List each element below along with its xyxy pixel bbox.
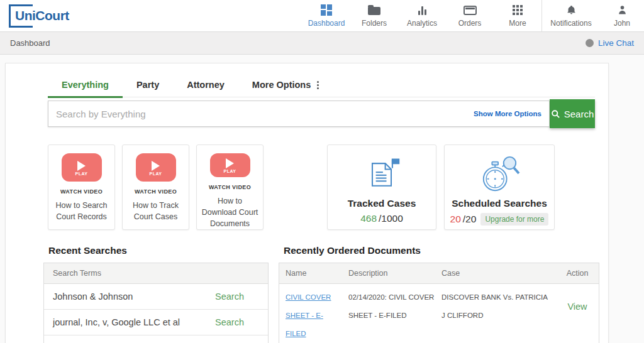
nav-group: Dashboard Folders Analytics Orders More [303,0,644,31]
tracked-document-flag-icon [362,153,401,195]
breadcrumb-bar: Dashboard Live Chat [0,32,644,55]
search-tabs: Everything Party Attorney More Options [48,75,595,97]
tables-row: Recent Searches Search Terms Johnson & J… [43,245,599,343]
tracked-cases-card[interactable]: Tracked Cases 468 /1000 [327,144,436,230]
video-title: How to Track Court Cases [123,200,189,222]
dashboard-card: Everything Party Attorney More Options S… [5,63,609,343]
document-case: DISCOVER BANK Vs. PATRICIA J CLIFFORD [441,288,556,325]
column-action: Action [556,269,599,278]
search-again-link[interactable]: Search [215,317,244,327]
nav-user-menu[interactable]: John [600,0,644,31]
person-icon [617,4,628,16]
column-case: Case [441,269,556,278]
tab-more-options[interactable]: More Options [238,75,333,98]
recent-searches-section: Recent Searches Search Terms Johnson & J… [43,245,269,343]
dashboard-grid-icon [321,4,332,16]
documents-table-header: Name Description Case Action [279,263,599,284]
tracked-cases-count: 468 /1000 [360,213,403,224]
chat-status-dot [586,39,594,47]
folder-icon [368,4,380,16]
video-title: How to Download Court Documents [197,195,263,229]
tracked-used: 468 [360,213,377,224]
tracked-limit: /1000 [379,213,403,224]
stopwatch-magnifier-icon [475,153,524,195]
search-input-wrap: Show More Options [48,101,550,127]
nav-analytics[interactable]: Analytics [398,0,446,31]
nav-more[interactable]: More [494,0,541,31]
search-again-link[interactable]: Search [215,291,244,302]
view-document-link[interactable]: View [567,302,587,312]
recent-search-row: google Search [44,335,268,343]
unicourt-logo[interactable]: UniCourt [9,0,33,31]
document-name-link[interactable]: CIVIL COVER SHEET - E-FILED [286,293,331,337]
column-description: Description [348,269,441,278]
nav-orders[interactable]: Orders [446,0,494,31]
recent-search-row: Johnson & Johnson Search [44,284,268,310]
nav-folders[interactable]: Folders [350,0,398,31]
document-description: 02/14/2020: CIVIL COVER SHEET - E-FILED [348,288,441,325]
bell-icon [566,4,577,16]
live-chat-label: Live Chat [598,38,634,48]
brand-name: UniCourt [15,8,69,23]
video-title: How to Search Court Records [48,200,114,222]
recent-documents-title: Recently Ordered Documents [284,245,599,256]
video-card-search-records[interactable]: PLAY WATCH VIDEO How to Search Court Rec… [48,144,115,230]
bar-chart-icon [418,4,426,16]
scheduled-searches-title: Scheduled Searches [452,198,547,209]
recent-search-row: journal, Inc, v, Google LLC et al Search [44,310,268,335]
tracked-cases-title: Tracked Cases [348,198,416,209]
document-row: CIVIL COVER SHEET - E-FILED 02/14/2020: … [279,284,599,343]
video-card-track-cases[interactable]: PLAY WATCH VIDEO How to Track Court Case… [122,144,189,230]
logo-frame: UniCourt [9,4,33,28]
search-terms-header: Search Terms [44,263,268,284]
search-term: journal, Inc, v, Google LLC et al [53,317,180,327]
scheduled-limit: /20 [463,214,477,225]
breadcrumb: Dashboard [10,38,50,48]
play-button-icon[interactable]: PLAY [62,153,102,182]
recent-searches-title: Recent Searches [48,245,269,256]
watch-video-label: WATCH VIDEO [209,184,251,190]
scheduled-searches-count: 20 /20 Upgrade for more [450,213,549,226]
top-navigation: UniCourt Dashboard Folders Analytics Or [0,0,644,32]
play-button-icon[interactable]: PLAY [210,153,250,177]
scheduled-searches-card[interactable]: Scheduled Searches 20 /20 Upgrade for mo… [444,144,555,230]
column-name: Name [286,269,348,278]
watch-video-label: WATCH VIDEO [135,188,177,195]
tab-attorney[interactable]: Attorney [173,75,238,98]
live-chat-button[interactable]: Live Chat [586,38,634,48]
scheduled-used: 20 [450,214,461,225]
search-bar: Show More Options Search [48,101,595,128]
play-button-icon[interactable]: PLAY [136,153,176,182]
recent-documents-table: Name Description Case Action CIVIL COVER… [279,263,599,343]
tab-everything[interactable]: Everything [48,75,123,98]
watch-video-label: WATCH VIDEO [60,188,103,195]
search-icon [551,109,560,119]
recent-searches-table: Search Terms Johnson & Johnson Search jo… [43,263,269,343]
nav-notifications[interactable]: Notifications [542,0,600,31]
video-card-download-documents[interactable]: PLAY WATCH VIDEO How to Download Court D… [196,144,264,230]
upgrade-badge[interactable]: Upgrade for more [480,213,548,226]
cards-row: PLAY WATCH VIDEO How to Search Court Rec… [48,144,608,230]
search-button[interactable]: Search [550,99,595,128]
search-term: Johnson & Johnson [53,291,133,302]
grid-dots-icon [513,4,523,16]
search-section: Everything Party Attorney More Options S… [48,75,599,128]
tab-party[interactable]: Party [123,75,173,98]
kebab-menu-icon[interactable] [317,81,319,89]
recent-documents-section: Recently Ordered Documents Name Descript… [279,245,599,343]
nav-dashboard[interactable]: Dashboard [303,0,350,31]
credit-card-icon [464,4,477,16]
show-more-options-link[interactable]: Show More Options [474,110,541,117]
